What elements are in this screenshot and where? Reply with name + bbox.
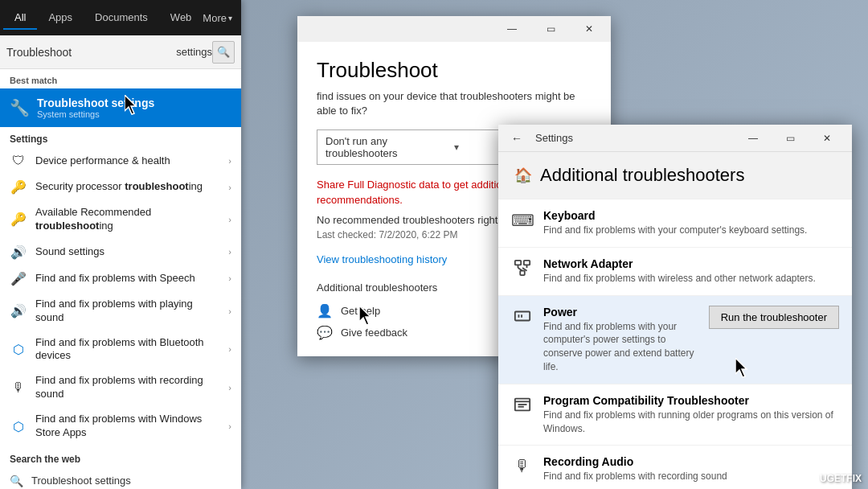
web-search-item[interactable]: 🔍 Troubleshoot settings xyxy=(0,468,241,489)
menu-item-sound-settings[interactable]: 🔊 Sound settings › xyxy=(0,239,241,265)
menu-item-label: Find and fix problems with playing sound xyxy=(35,298,220,325)
keyboard-icon: ⌨ xyxy=(511,211,534,230)
tab-web[interactable]: Web xyxy=(159,6,203,30)
home-icon: 🏠 xyxy=(514,166,532,184)
troubleshooter-list: ⌨ Keyboard Find and fix problems with yo… xyxy=(498,199,852,489)
troubleshooter-recording-audio[interactable]: 🎙 Recording Audio Find and fix problems … xyxy=(498,446,852,489)
speaker-icon-2: 🔊 xyxy=(10,303,27,318)
chevron-right-icon: › xyxy=(228,344,231,354)
menu-item-store-apps[interactable]: ⬡ Find and fix problems with Windows Sto… xyxy=(0,407,241,446)
minimize-button[interactable]: — xyxy=(735,125,772,152)
chevron-right-icon: › xyxy=(228,306,231,316)
mic-icon-2: 🎙 xyxy=(10,380,27,395)
best-match-item[interactable]: 🔧 Troubleshoot settings System settings xyxy=(0,88,241,127)
tab-all[interactable]: All xyxy=(3,6,37,30)
give-feedback-label: Give feedback xyxy=(341,327,407,339)
chevron-right-icon: › xyxy=(228,421,231,431)
troubleshooter-network[interactable]: Network Adapter Find and fix problems wi… xyxy=(498,248,852,296)
search-button[interactable]: 🔍 xyxy=(212,41,235,64)
svg-rect-2 xyxy=(515,261,521,265)
store-icon: ⬡ xyxy=(10,419,27,434)
chevron-right-icon: › xyxy=(228,215,231,224)
item-title: Program Compatibility Troubleshooter xyxy=(543,394,839,407)
item-desc: Find and fix problems with your computer… xyxy=(543,224,839,237)
bluetooth-icon: ⬡ xyxy=(10,342,27,357)
tab-documents[interactable]: Documents xyxy=(84,6,159,30)
menu-item-bluetooth[interactable]: ⬡ Find and fix problems with Bluetooth d… xyxy=(0,331,241,369)
run-troubleshooter-button[interactable]: Run the troubleshooter xyxy=(709,306,839,329)
item-desc: Find and fix problems with wireless and … xyxy=(543,272,839,286)
page-title: Additional troubleshooters xyxy=(540,165,744,186)
troubleshooter-power[interactable]: Power Find and fix problems with your co… xyxy=(498,296,852,384)
minimize-button[interactable]: — xyxy=(493,16,530,42)
speaker-icon: 🔊 xyxy=(10,244,27,260)
tabs-bar: All Apps Documents Web More ▾ xyxy=(0,0,241,35)
menu-item-label: Find and fix problems with Bluetooth dev… xyxy=(35,336,220,364)
menu-item-label: Sound settings xyxy=(35,245,220,259)
item-title: Keyboard xyxy=(543,209,839,222)
menu-item-label: Security processor troubleshooting xyxy=(35,180,220,194)
wrench-icon: 🔧 xyxy=(10,98,29,117)
trouble-desc: find issues on your device that troubles… xyxy=(317,89,592,118)
best-match-label: Best match xyxy=(0,69,241,88)
menu-item-recording-sound[interactable]: 🎙 Find and fix problems with recording s… xyxy=(0,368,241,407)
recording-icon: 🎙 xyxy=(511,457,534,475)
item-desc: Find and fix problems with running older… xyxy=(543,409,839,436)
menu-item-available-recommended[interactable]: 🔑 Available Recommended troubleshooting … xyxy=(0,200,241,239)
additional-troubleshooters-window: ← Settings — ▭ ✕ 🏠 Additional troublesho… xyxy=(498,125,852,489)
close-button[interactable]: ✕ xyxy=(571,16,608,42)
tab-more[interactable]: More ▾ xyxy=(203,12,232,24)
menu-item-label: Device performance & health xyxy=(35,154,220,168)
menu-item-speech[interactable]: 🎤 Find and fix problems with Speech › xyxy=(0,265,241,292)
svg-rect-3 xyxy=(520,270,525,275)
compat-icon xyxy=(511,396,534,417)
search-bar: settings 🔍 xyxy=(0,35,241,69)
key-icon: 🔑 xyxy=(10,179,27,195)
menu-item-label: Find and fix problems with recording sou… xyxy=(35,374,220,401)
item-title: Recording Audio xyxy=(543,455,839,468)
network-icon xyxy=(511,259,534,281)
key-icon-2: 🔑 xyxy=(10,212,27,227)
additional-titlebar: ← Settings — ▭ ✕ xyxy=(498,125,852,152)
item-desc: Find and fix problems with recording sou… xyxy=(543,470,839,483)
troubleshoot-titlebar: — ▭ ✕ xyxy=(297,16,611,42)
chevron-right-icon: › xyxy=(228,273,231,283)
window-controls: — ▭ ✕ xyxy=(735,125,845,152)
item-title: Network Adapter xyxy=(543,257,839,270)
menu-item-device-perf[interactable]: 🛡 Device performance & health › xyxy=(0,148,241,174)
dropdown-value: Don't run any troubleshooters xyxy=(326,135,454,159)
menu-item-label: Find and fix problems with Speech xyxy=(35,272,220,286)
watermark: UGETFIX xyxy=(820,473,862,484)
troubleshooter-keyboard[interactable]: ⌨ Keyboard Find and fix problems with yo… xyxy=(498,199,852,248)
shield-icon: 🛡 xyxy=(10,154,27,168)
back-button[interactable]: ← xyxy=(505,126,529,150)
help-icon: 👤 xyxy=(317,303,333,318)
settings-label: Settings xyxy=(0,127,241,148)
best-match-title: Troubleshoot settings xyxy=(37,97,154,109)
item-title: Power xyxy=(543,306,699,318)
get-help-label: Get help xyxy=(341,305,380,317)
window-title: Settings xyxy=(532,132,731,144)
close-button[interactable]: ✕ xyxy=(809,125,845,152)
page-title-area: 🏠 Additional troubleshooters xyxy=(498,152,852,199)
chevron-right-icon: › xyxy=(228,183,231,192)
tab-apps[interactable]: Apps xyxy=(37,6,84,30)
best-match-subtitle: System settings xyxy=(37,109,154,119)
chevron-right-icon: › xyxy=(228,247,231,257)
search-type-label: settings xyxy=(176,46,212,58)
maximize-button[interactable]: ▭ xyxy=(532,16,569,42)
menu-item-label: Available Recommended troubleshooting xyxy=(35,206,220,233)
svg-rect-8 xyxy=(524,261,530,265)
mic-icon: 🎤 xyxy=(10,271,27,286)
search-icon: 🔍 xyxy=(10,475,23,487)
maximize-button[interactable]: ▭ xyxy=(772,125,809,152)
menu-item-playing-sound[interactable]: 🔊 Find and fix problems with playing sou… xyxy=(0,292,241,331)
troubleshooter-program-compat[interactable]: Program Compatibility Troubleshooter Fin… xyxy=(498,384,852,446)
feedback-icon: 💬 xyxy=(317,325,333,340)
power-icon xyxy=(511,307,534,329)
menu-item-security-processor[interactable]: 🔑 Security processor troubleshooting › xyxy=(0,174,241,200)
chevron-down-icon: ▾ xyxy=(228,14,232,23)
start-menu: All Apps Documents Web More ▾ settings 🔍… xyxy=(0,0,241,489)
menu-item-label: Find and fix problems with Windows Store… xyxy=(35,413,220,440)
search-input[interactable] xyxy=(6,46,176,59)
